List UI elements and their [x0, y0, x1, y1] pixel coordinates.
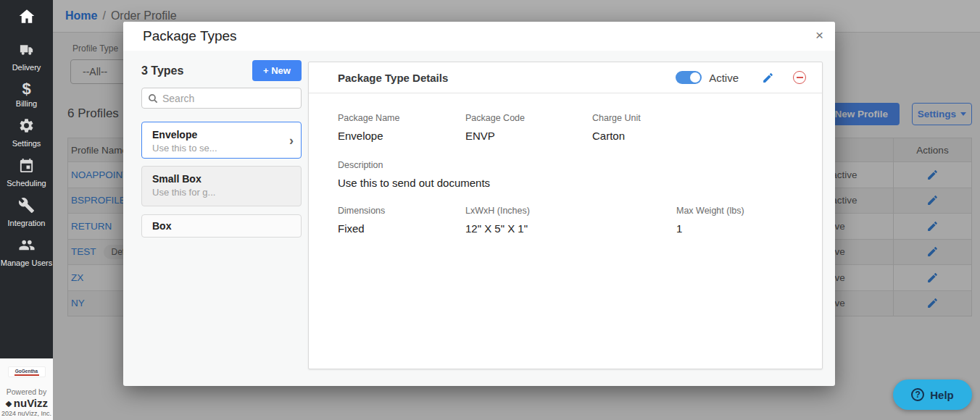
sidebar-item-label: Settings — [0, 139, 53, 148]
help-label: Help — [930, 389, 954, 401]
active-toggle-label: Active — [709, 72, 739, 84]
search-input[interactable] — [162, 93, 295, 104]
wrench-icon — [18, 197, 35, 214]
deactivate-icon[interactable] — [793, 71, 806, 84]
certification-badge-text: GoGentha — [9, 369, 44, 374]
package-type-desc: Use this for g... — [152, 187, 291, 198]
screen: Home / Order Profile Profile Type --All-… — [0, 0, 980, 420]
calendar-icon — [18, 157, 35, 174]
sidebar-item-label: Billing — [0, 99, 53, 108]
users-icon — [18, 237, 36, 253]
sidebar-item-billing[interactable]: $ Billing — [0, 76, 53, 112]
copyright-text: 2024 nuVizz, Inc. — [0, 410, 53, 417]
field-label: Dimensions — [338, 206, 465, 216]
field-label: LxWxH (Inches) — [465, 206, 676, 216]
sidebar-item-integration[interactable]: Integration — [0, 192, 53, 232]
package-type-name: Small Box — [152, 173, 291, 185]
details-body: Package Name Envelope Package Code ENVP … — [309, 93, 822, 235]
field-label: Package Name — [338, 113, 465, 123]
sidebar-item-home[interactable] — [0, 0, 53, 36]
close-icon[interactable]: × — [815, 28, 823, 43]
field-label: Package Code — [465, 113, 592, 123]
field-label: Max Weight (lbs) — [676, 206, 807, 216]
chevron-right-icon: › — [289, 133, 294, 148]
search-box — [141, 88, 302, 109]
help-button[interactable]: ? Help — [893, 379, 972, 410]
gear-icon — [18, 117, 35, 134]
sidebar-item-label: Scheduling — [0, 179, 53, 188]
sidebar-item-label: Delivery — [0, 63, 53, 72]
field-value-max-weight: 1 — [676, 222, 807, 235]
package-type-name: Envelope — [152, 129, 291, 140]
sidebar-item-manage-users[interactable]: Manage Users — [0, 232, 53, 272]
question-icon: ? — [911, 388, 924, 401]
sidebar-item-settings[interactable]: Settings — [0, 112, 53, 152]
field-value-lwh: 12" X 5" X 1" — [465, 222, 676, 235]
search-icon — [148, 93, 158, 104]
diamond-icon: ❖ — [5, 400, 12, 408]
package-type-name: Box — [152, 220, 291, 232]
details-header: Package Type Details Active — [309, 62, 822, 93]
package-types-modal: Package Types × 3 Types + New Envelope U… — [123, 22, 835, 386]
types-count: 3 Types — [141, 64, 183, 77]
package-type-item-small-box[interactable]: Small Box Use this for g... — [141, 166, 302, 206]
field-label: Description — [338, 160, 807, 170]
field-value-package-name: Envelope — [338, 130, 465, 142]
home-icon — [17, 7, 36, 26]
field-value-description: Use this to send out documents — [338, 177, 807, 189]
field-value-charge-unit: Carton — [592, 130, 807, 142]
modal-header: Package Types — [123, 22, 835, 51]
sidebar-item-delivery[interactable]: Delivery — [0, 36, 53, 76]
sidebar: Delivery $ Billing Settings Scheduling I… — [0, 0, 53, 358]
sidebar-footer: GoGentha Powered by ❖nuVizz 2024 nuVizz,… — [0, 358, 53, 420]
nuvizz-logo: ❖nuVizz — [0, 397, 53, 409]
field-label: Charge Unit — [592, 113, 807, 123]
sidebar-item-label: Integration — [0, 219, 53, 227]
field-value-package-code: ENVP — [465, 130, 592, 142]
edit-icon[interactable] — [762, 72, 774, 84]
package-type-desc: Use this to se... — [152, 143, 291, 154]
sidebar-item-label: Manage Users — [0, 259, 53, 267]
powered-by-label: Powered by — [0, 387, 53, 396]
details-title: Package Type Details — [338, 72, 676, 84]
new-type-button[interactable]: + New — [252, 60, 302, 81]
certification-badge[interactable]: GoGentha — [8, 366, 46, 377]
package-type-list-panel: 3 Types + New Envelope Use this to se...… — [141, 60, 302, 238]
dollar-icon: $ — [22, 81, 30, 97]
truck-icon — [18, 41, 35, 58]
brand-name: nuVizz — [14, 397, 48, 409]
package-type-item-envelope[interactable]: Envelope Use this to se... › — [141, 122, 302, 159]
sidebar-item-scheduling[interactable]: Scheduling — [0, 152, 53, 192]
field-value-dimensions: Fixed — [338, 222, 465, 235]
active-toggle[interactable] — [676, 71, 702, 84]
modal-title: Package Types — [143, 28, 237, 44]
package-type-item-box[interactable]: Box — [141, 214, 302, 238]
package-type-details-card: Package Type Details Active Package Name… — [308, 62, 823, 369]
